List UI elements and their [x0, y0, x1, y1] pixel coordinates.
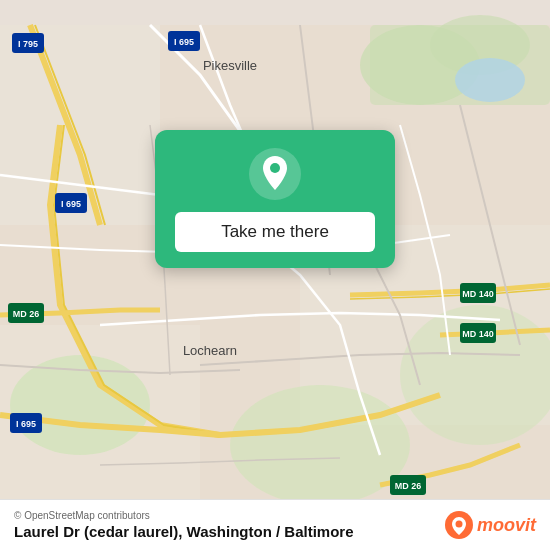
svg-text:MD 140: MD 140 — [462, 329, 494, 339]
svg-point-4 — [455, 58, 525, 102]
svg-text:I 695: I 695 — [16, 419, 36, 429]
svg-text:Pikesville: Pikesville — [203, 58, 257, 73]
svg-text:MD 26: MD 26 — [13, 309, 40, 319]
bottom-bar: © OpenStreetMap contributors Laurel Dr (… — [0, 499, 550, 550]
bottom-info: © OpenStreetMap contributors Laurel Dr (… — [14, 510, 354, 540]
moovit-brand-icon — [445, 511, 473, 539]
svg-text:I 695: I 695 — [61, 199, 81, 209]
svg-point-30 — [270, 163, 280, 173]
take-me-there-button[interactable]: Take me there — [175, 212, 375, 252]
svg-text:I 795: I 795 — [18, 39, 38, 49]
popup-card: Take me there — [155, 130, 395, 268]
map-svg: I 795 I 695 I 695 I 695 MD 140 MD 140 MD… — [0, 0, 550, 550]
svg-point-9 — [230, 385, 410, 505]
svg-rect-3 — [370, 25, 550, 105]
moovit-logo: moovit — [445, 511, 536, 539]
svg-text:MD 26: MD 26 — [395, 481, 422, 491]
svg-text:I 695: I 695 — [174, 37, 194, 47]
location-pin-icon — [249, 148, 301, 200]
map-container: I 795 I 695 I 695 I 695 MD 140 MD 140 MD… — [0, 0, 550, 550]
svg-text:Lochearn: Lochearn — [183, 343, 237, 358]
moovit-brand-text: moovit — [477, 515, 536, 536]
svg-point-32 — [455, 521, 462, 528]
copyright-text: © OpenStreetMap contributors — [14, 510, 354, 521]
location-name: Laurel Dr (cedar laurel), Washington / B… — [14, 523, 354, 540]
svg-text:MD 140: MD 140 — [462, 289, 494, 299]
